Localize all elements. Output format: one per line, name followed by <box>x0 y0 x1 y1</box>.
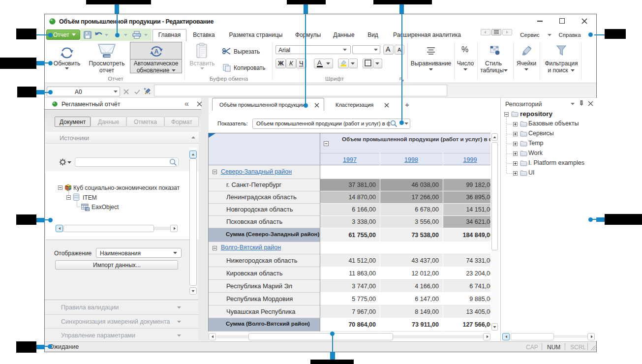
svg-text:A: A <box>154 48 158 55</box>
